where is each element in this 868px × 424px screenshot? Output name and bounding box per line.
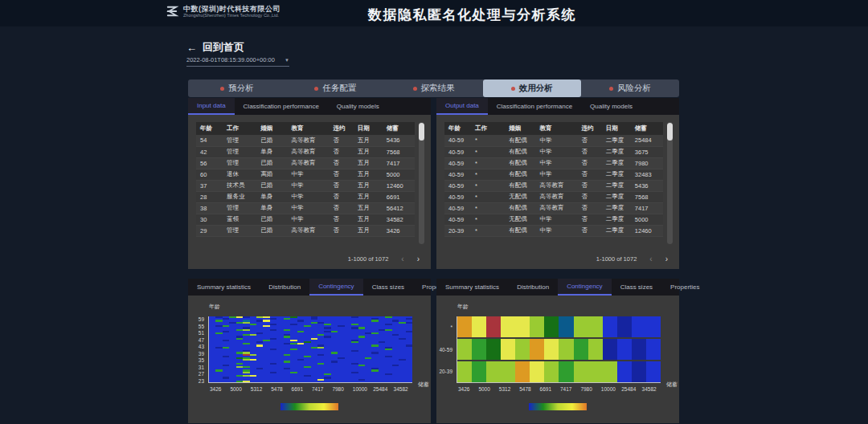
page-prev-button[interactable]: ‹ — [649, 255, 652, 263]
table-cell: 38 — [196, 202, 223, 214]
heatmap-cell — [457, 316, 472, 337]
main-tab-1[interactable]: 预分析 — [188, 80, 286, 97]
heatmap-cell — [276, 381, 283, 382]
heatmap-cell — [345, 381, 351, 382]
tab-dot-icon — [511, 87, 515, 91]
page-next-button[interactable]: › — [417, 255, 420, 263]
table-cell: 中学 — [287, 191, 329, 202]
page-prev-button[interactable]: ‹ — [401, 255, 403, 263]
table-cell: 否 — [330, 180, 354, 191]
back-arrow-icon: ← — [186, 42, 197, 54]
input-analysis-panel: Summary statisticsDistributionContingenc… — [188, 279, 431, 423]
y-tick-label: * — [436, 324, 452, 330]
heatmap-cell — [574, 316, 588, 337]
subtab-distribution[interactable]: Distribution — [260, 279, 309, 296]
table-cell: 中学 — [287, 202, 329, 214]
column-header: 储蓄 — [631, 122, 663, 135]
heatmap-cell — [588, 361, 603, 382]
heatmap-plot — [457, 316, 661, 383]
column-header: 年龄 — [196, 122, 223, 135]
output-table: 年龄工作婚姻教育违约日期储蓄 40-59*有配偶中学否二季度2548440-59… — [444, 122, 663, 237]
table-cell: 有配偶 — [505, 225, 535, 236]
y-tick-label: 55 — [188, 324, 204, 329]
subtab-classification-performance[interactable]: Classification performance — [235, 98, 328, 115]
table-cell: 二季度 — [602, 202, 631, 214]
main-tab-4[interactable]: 效用分析 — [483, 80, 581, 97]
column-header: 婚姻 — [505, 122, 535, 135]
table-cell: 已婚 — [256, 180, 287, 191]
timestamp-select[interactable]: 2022-08-01T08:15:39.000+00:00 ▼ — [186, 56, 289, 67]
heatmap-cell — [223, 381, 229, 382]
table-cell: 40-59 — [444, 157, 471, 169]
subtab-summary-statistics[interactable]: Summary statistics — [436, 279, 508, 296]
table-cell: 6691 — [383, 191, 415, 202]
heatmap-cell — [501, 316, 515, 337]
table-cell: 单身 — [256, 146, 287, 157]
table-cell: 否 — [578, 180, 602, 191]
main-tab-2[interactable]: 任务配置 — [286, 80, 384, 97]
table-cell: 已婚 — [256, 214, 287, 225]
subtab-contingency[interactable]: Contingency — [309, 279, 362, 296]
heatmap-cell — [338, 381, 344, 382]
table-cell: 32483 — [631, 169, 663, 180]
heatmap-cell — [392, 381, 399, 382]
subtab-output-data[interactable]: Output data — [436, 98, 488, 115]
subtab-input-data[interactable]: Input data — [188, 98, 235, 115]
heatmap-grid — [457, 316, 661, 382]
heatmap-cell — [603, 316, 617, 337]
input-table-scrollbar[interactable] — [419, 122, 424, 244]
heatmap-cell — [603, 339, 617, 360]
tab-dot-icon — [220, 87, 224, 91]
subtab-summary-statistics[interactable]: Summary statistics — [188, 279, 260, 296]
timestamp-value: 2022-08-01T08:15:39.000+00:00 — [186, 56, 275, 63]
page-title: 数据隐私匿名化处理与分析系统 — [368, 6, 576, 24]
subtab-class-sizes[interactable]: Class sizes — [363, 279, 413, 296]
y-tick-label: 43 — [188, 344, 204, 349]
tab-dot-icon — [609, 87, 613, 91]
table-cell: 有配偶 — [505, 180, 535, 191]
table-cell: * — [471, 169, 505, 180]
table-row: 37技术员已婚中学否五月12460 — [196, 180, 415, 191]
input-analysis-subtabs: Summary statisticsDistributionContingenc… — [188, 279, 431, 296]
subtab-quality-models[interactable]: Quality models — [328, 98, 388, 115]
subtab-class-sizes[interactable]: Class sizes — [612, 279, 661, 296]
heatmap-cell — [603, 361, 617, 382]
table-cell: 否 — [578, 214, 602, 225]
heatmap-cell — [588, 316, 603, 337]
table-cell: 54 — [196, 135, 223, 146]
subtab-contingency[interactable]: Contingency — [558, 279, 611, 296]
heatmap-cell — [256, 381, 263, 382]
back-to-home-link[interactable]: ← 回到首页 — [186, 40, 244, 55]
table-cell: 56 — [196, 157, 223, 169]
page-next-button[interactable]: › — [665, 255, 668, 263]
table-cell: 40-59 — [444, 146, 471, 157]
x-tick-label: 25484 — [373, 386, 387, 392]
subtab-classification-performance[interactable]: Classification performance — [488, 98, 581, 115]
heatmap-cell — [236, 381, 243, 382]
heatmap-cell — [243, 381, 249, 382]
output-table-scrollbar[interactable] — [667, 122, 673, 244]
main-tab-5[interactable]: 风险分析 — [581, 80, 679, 97]
table-cell: 有配偶 — [505, 202, 535, 214]
main-tab-label: 预分析 — [228, 83, 254, 94]
heatmap-cell — [632, 316, 646, 337]
subtab-quality-models[interactable]: Quality models — [581, 98, 641, 115]
table-row: 28服务业单身中学否五月6691 — [196, 191, 415, 202]
heatmap-cell — [574, 361, 588, 382]
subtab-properties[interactable]: Properties — [661, 279, 708, 296]
table-cell: 高等教育 — [535, 202, 577, 214]
table-cell: 已婚 — [256, 135, 287, 146]
color-scale-legend — [280, 403, 338, 410]
column-header: 工作 — [471, 122, 505, 135]
subtab-distribution[interactable]: Distribution — [508, 279, 558, 296]
table-cell: 否 — [578, 157, 602, 169]
table-row: 40-59*有配偶中学否二季度7980 — [444, 157, 663, 169]
heatmap-cell — [284, 381, 290, 382]
table-cell: 管理 — [223, 157, 256, 169]
heatmap-cell — [290, 381, 297, 382]
table-cell: * — [471, 157, 505, 169]
main-tab-3[interactable]: 探索结果 — [384, 80, 482, 97]
heatmap-cell — [617, 316, 632, 337]
table-cell: 五月 — [354, 180, 383, 191]
table-cell: * — [471, 146, 505, 157]
